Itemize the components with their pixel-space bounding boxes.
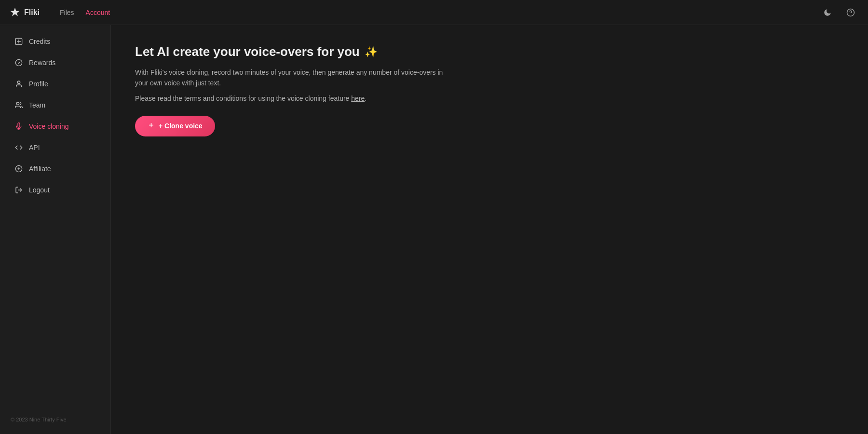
sidebar-footer: © 2023 Nine Thirty Five [0,411,110,428]
sidebar-label-logout: Logout [29,186,50,194]
api-icon [14,143,23,152]
rewards-icon [14,58,23,67]
brand-name: Fliki [24,8,40,17]
sidebar-item-credits[interactable]: Credits [4,31,107,52]
page-title: Let AI create your voice-overs for you ✨ [135,44,844,59]
clone-btn-label: + Clone voice [159,122,203,130]
sidebar-item-voice-cloning[interactable]: Voice cloning [4,116,107,136]
logout-icon [14,186,23,194]
top-navigation: Fliki Files Account [0,0,868,25]
dark-mode-toggle[interactable] [820,5,835,20]
terms-link[interactable]: here [351,95,365,102]
clone-btn-icon [148,122,155,131]
page-description: With Fliki's voice cloning, record two m… [135,67,453,89]
terms-line: Please read the terms and conditions for… [135,95,844,102]
help-button[interactable] [843,5,858,20]
sidebar-item-affiliate[interactable]: Affiliate [4,159,107,179]
fliki-logo-icon [10,7,20,18]
sidebar-label-profile: Profile [29,80,48,88]
team-icon [14,101,23,109]
sidebar-item-profile[interactable]: Profile [4,74,107,94]
sidebar-label-affiliate: Affiliate [29,165,51,173]
sidebar-item-api[interactable]: API [4,137,107,158]
nav-account[interactable]: Account [80,6,116,19]
sidebar-label-rewards: Rewards [29,59,55,67]
topnav-actions [820,5,858,20]
terms-text: Please read the terms and conditions for… [135,95,351,102]
mic-icon [14,122,23,131]
main-content: Let AI create your voice-overs for you ✨… [111,25,868,434]
nav-files[interactable]: Files [54,6,80,19]
main-layout: Credits Rewards Profile Team [0,25,868,434]
brand-logo[interactable]: Fliki [10,7,40,18]
svg-point-6 [17,81,20,83]
sidebar-label-api: API [29,144,40,151]
profile-icon [14,80,23,88]
sidebar-label-team: Team [29,101,45,109]
affiliate-icon [14,164,23,173]
credits-icon [14,37,23,46]
terms-period: . [365,95,366,102]
svg-point-7 [16,102,19,105]
sidebar-item-team[interactable]: Team [4,95,107,115]
page-title-text: Let AI create your voice-overs for you [135,44,360,59]
clone-voice-button[interactable]: + Clone voice [135,116,215,136]
sidebar-label-credits: Credits [29,38,50,45]
sidebar-item-rewards[interactable]: Rewards [4,53,107,73]
sparkle-emoji: ✨ [365,46,378,58]
sidebar-label-voice-cloning: Voice cloning [29,122,69,130]
sidebar: Credits Rewards Profile Team [0,25,111,434]
sidebar-item-logout[interactable]: Logout [4,180,107,200]
